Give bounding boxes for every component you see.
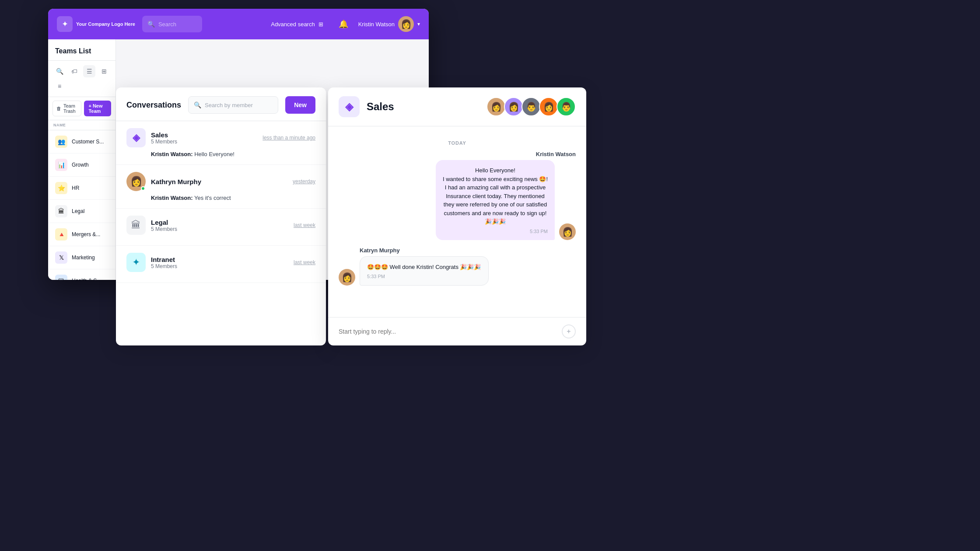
conversation-item-kathryn[interactable]: 👩 Kathryn Murphy yesterday Kristin Watso… xyxy=(116,165,326,209)
notification-button[interactable]: 🔔 xyxy=(336,16,351,32)
sales-conv-name: Sales xyxy=(151,131,257,139)
team-item-growth[interactable]: 📊 Growth xyxy=(48,153,116,177)
chat-team-icon: ◈ xyxy=(339,96,360,117)
advanced-search-label: Advanced search xyxy=(271,21,315,28)
top-nav: ✦ Your Company Logo Here 🔍 Advanced sear… xyxy=(48,9,429,39)
logo-text: Your Company Logo Here xyxy=(76,21,135,27)
team-trash-button[interactable]: 🗑 Team Trash xyxy=(52,101,81,116)
search-toolbar-button[interactable]: 🔍 xyxy=(53,65,66,77)
chat-panel: ◈ Sales 👩 👩 👨 👩 👨 TODAY Kristin Watson xyxy=(328,87,586,345)
sent-message-text: Hello Everyone!I wanted to share some ex… xyxy=(443,166,548,226)
team-item-marketing[interactable]: 𝕏 Marketing xyxy=(48,246,116,269)
marketing-team-icon: 𝕏 xyxy=(55,251,67,264)
team-trash-label: Team Trash xyxy=(63,103,77,114)
growth-team-name: Growth xyxy=(72,162,89,168)
detail-view-button[interactable]: ≡ xyxy=(53,80,66,92)
global-search-input[interactable] xyxy=(158,21,197,28)
new-team-button[interactable]: + New Team xyxy=(84,101,111,116)
sales-conv-time: less than a minute ago xyxy=(262,135,315,141)
user-avatar: 👩 xyxy=(398,16,414,32)
sales-conv-preview: Kristin Watson: Hello Everyone! xyxy=(126,151,315,157)
conversation-item-sales[interactable]: ◈ Sales 5 Members less than a minute ago… xyxy=(116,121,326,165)
filter-icon: ⊞ xyxy=(318,21,323,28)
conversations-search-input[interactable] xyxy=(205,102,273,108)
conv-item-header-sales: ◈ Sales 5 Members less than a minute ago xyxy=(126,128,315,147)
health-team-icon: 🛡 xyxy=(55,275,67,280)
conv-item-info-legal: Legal 5 Members xyxy=(151,219,288,232)
bell-icon: 🔔 xyxy=(339,19,348,29)
growth-team-icon: 📊 xyxy=(55,159,67,171)
sent-message-bubble: Hello Everyone!I wanted to share some ex… xyxy=(436,160,555,240)
send-button[interactable]: + xyxy=(562,324,576,338)
chat-reply-input[interactable] xyxy=(339,328,556,335)
sidebar: Teams List 🔍 🏷 ☰ ⊞ ≡ 🗑 Team Trash + New … xyxy=(48,39,116,280)
advanced-search-button[interactable]: Advanced search ⊞ xyxy=(266,18,328,30)
customer-team-name: Customer S... xyxy=(72,139,104,145)
tag-toolbar-button[interactable]: 🏷 xyxy=(68,65,80,77)
team-item-legal[interactable]: 🏛 Legal xyxy=(48,200,116,223)
conv-item-info-sales: Sales 5 Members xyxy=(151,131,257,145)
hr-team-name: HR xyxy=(72,185,79,191)
date-divider: TODAY xyxy=(339,140,576,146)
grid-view-button[interactable]: ⊞ xyxy=(98,65,110,77)
sales-preview-text: Hello Everyone! xyxy=(194,151,234,157)
kathryn-avatar-wrap: 👩 xyxy=(126,172,146,191)
conv-item-header-kathryn: 👩 Kathryn Murphy yesterday xyxy=(126,172,315,191)
kathryn-conv-time: yesterday xyxy=(293,178,315,185)
kathryn-preview-text: Yes it's correct xyxy=(194,195,231,201)
member-avatar-1: 👩 xyxy=(486,97,506,116)
conversations-list: ◈ Sales 5 Members less than a minute ago… xyxy=(116,121,326,344)
member-avatar-2: 👩 xyxy=(504,97,523,116)
conversations-panel: Conversations 🔍 New ◈ Sales 5 Members le… xyxy=(116,87,326,345)
health-team-name: Health & S... xyxy=(72,278,101,280)
sent-message-time: 5:33 PM xyxy=(443,229,548,234)
conversation-item-legal[interactable]: 🏛 Legal 5 Members last week xyxy=(116,209,326,246)
team-item-hr[interactable]: ⭐ HR xyxy=(48,177,116,200)
kathryn-conv-name: Kathryn Murphy xyxy=(151,178,287,185)
legal-conv-name: Legal xyxy=(151,219,288,226)
list-view-button[interactable]: ☰ xyxy=(83,65,95,77)
mergers-team-icon: 🔺 xyxy=(55,228,67,241)
intranet-conv-time: last week xyxy=(294,259,315,265)
legal-conv-time: last week xyxy=(294,222,315,228)
team-item-mergers[interactable]: 🔺 Mergers &... xyxy=(48,223,116,246)
user-profile[interactable]: Kristin Watson 👩 ▾ xyxy=(358,16,420,32)
sent-message-bubble-content: Hello Everyone!I wanted to share some ex… xyxy=(436,160,555,240)
global-search-bar[interactable]: 🔍 xyxy=(142,16,202,32)
member-avatar-4: 👩 xyxy=(539,97,558,116)
chat-messages: TODAY Kristin Watson Hello Everyone!I wa… xyxy=(328,126,586,317)
legal-conv-icon: 🏛 xyxy=(126,216,146,235)
logo-area: ✦ Your Company Logo Here xyxy=(57,16,135,32)
hr-team-icon: ⭐ xyxy=(55,182,67,194)
team-item-health[interactable]: 🛡 Health & S... xyxy=(48,269,116,280)
received-message-bubble: 🤩🤩🤩 Well done Kristin! Congrats 🎉🎉🎉 5:33… xyxy=(360,256,489,286)
kathryn-online-indicator xyxy=(141,186,145,191)
chevron-down-icon: ▾ xyxy=(417,21,420,27)
trash-icon: 🗑 xyxy=(56,106,61,111)
mergers-team-name: Mergers &... xyxy=(72,231,100,237)
conversations-header: Conversations 🔍 New xyxy=(116,87,326,121)
sales-conv-icon: ◈ xyxy=(126,128,146,147)
conversation-item-intranet[interactable]: ✦ Intranet 5 Members last week xyxy=(116,246,326,283)
received-message-time: 5:33 PM xyxy=(367,274,481,279)
name-column-header: NAME xyxy=(53,123,110,127)
legal-conv-members: 5 Members xyxy=(151,226,288,232)
legal-team-name: Legal xyxy=(72,208,84,214)
send-icon: + xyxy=(567,328,570,335)
received-message-content: Katryn Murphy 🤩🤩🤩 Well done Kristin! Con… xyxy=(360,247,576,286)
teams-list-title: Teams List xyxy=(48,39,116,61)
chat-title: Sales xyxy=(367,101,394,113)
conversations-title: Conversations xyxy=(126,101,181,110)
received-message-row: 👩 Katryn Murphy 🤩🤩🤩 Well done Kristin! C… xyxy=(339,247,576,286)
chat-members: 👩 👩 👨 👩 👨 xyxy=(490,97,576,116)
team-item-customer[interactable]: 👥 Customer S... xyxy=(48,130,116,153)
conv-item-info-intranet: Intranet 5 Members xyxy=(151,256,288,269)
conv-search-icon: 🔍 xyxy=(194,101,201,108)
search-icon: 🔍 xyxy=(147,21,155,28)
conversations-search[interactable]: 🔍 xyxy=(188,96,278,114)
marketing-team-name: Marketing xyxy=(72,255,95,261)
conv-item-header-legal: 🏛 Legal 5 Members last week xyxy=(126,216,315,235)
kathryn-conv-preview: Kristin Watson: Yes it's correct xyxy=(126,195,315,201)
new-conversation-button[interactable]: New xyxy=(285,96,315,114)
chat-header: ◈ Sales 👩 👩 👨 👩 👨 xyxy=(328,87,586,126)
